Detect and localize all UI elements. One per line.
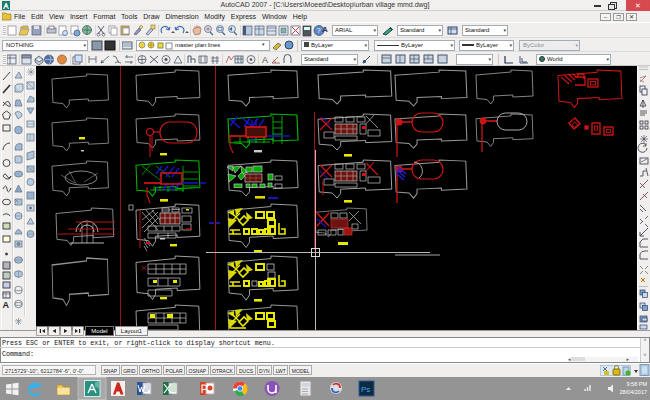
svg-text:Ps: Ps [361,385,370,394]
svg-text:A: A [262,55,268,65]
svg-text:?: ? [317,27,321,34]
svg-text:A: A [3,300,10,310]
